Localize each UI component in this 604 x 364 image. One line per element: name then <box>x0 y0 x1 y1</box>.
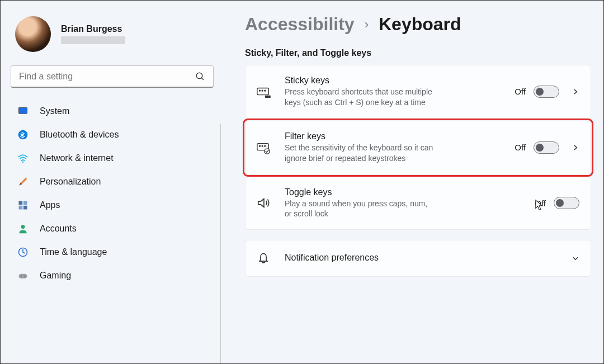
svg-point-13 <box>21 276 22 277</box>
nav-gaming[interactable]: Gaming <box>11 264 217 287</box>
speaker-icon <box>256 195 271 211</box>
sidebar-divider <box>220 124 221 363</box>
keyboard-icon <box>256 84 271 100</box>
chevron-right-icon[interactable] <box>572 88 579 96</box>
nav-list: System Bluetooth & devices Network & int… <box>11 100 217 287</box>
nav-apps[interactable]: Apps <box>11 194 217 216</box>
clock-globe-icon <box>17 247 29 258</box>
brush-icon <box>17 176 29 187</box>
bluetooth-icon <box>17 129 29 140</box>
svg-point-14 <box>24 276 25 277</box>
nav-label: Time & language <box>40 247 107 257</box>
svg-point-5 <box>22 161 24 163</box>
monitor-icon <box>17 106 29 117</box>
chevron-down-icon[interactable] <box>572 254 579 262</box>
nav-personalization[interactable]: Personalization <box>11 171 217 193</box>
mouse-cursor-icon <box>535 199 545 211</box>
filter-keys-toggle[interactable] <box>534 141 559 154</box>
svg-rect-19 <box>266 96 268 97</box>
svg-rect-6 <box>19 201 23 205</box>
nav-label: Apps <box>40 200 60 210</box>
toggle-state: Off <box>515 87 526 96</box>
toggle-keys-toggle[interactable] <box>554 197 579 209</box>
svg-point-16 <box>259 90 261 91</box>
wifi-icon <box>17 153 29 164</box>
svg-point-23 <box>262 145 263 146</box>
nav-label: System <box>40 106 69 116</box>
card-title: Notification preferences <box>285 253 557 263</box>
card-desc: Set the sensitivity of the keyboard so i… <box>285 143 436 164</box>
svg-point-17 <box>262 90 263 91</box>
nav-accounts[interactable]: Accounts <box>11 218 217 240</box>
profile-block[interactable]: Brian Burgess <box>11 11 217 63</box>
nav-time-language[interactable]: Time & language <box>11 241 217 263</box>
sticky-keys-toggle[interactable] <box>534 86 559 98</box>
svg-point-18 <box>265 90 266 91</box>
breadcrumb: Accessibility › Keyboard <box>245 14 591 35</box>
chevron-right-icon: › <box>365 17 369 32</box>
apps-icon <box>17 200 29 211</box>
svg-rect-20 <box>268 96 270 97</box>
person-icon <box>17 223 29 234</box>
card-desc: Play a sound when you press caps, num, o… <box>285 198 436 220</box>
svg-line-1 <box>201 78 204 80</box>
toggle-state: Off <box>515 143 526 152</box>
svg-rect-7 <box>23 201 27 205</box>
nav-label: Personalization <box>40 177 101 187</box>
svg-rect-8 <box>19 206 23 210</box>
svg-rect-15 <box>257 88 268 94</box>
card-notification-preferences[interactable]: Notification preferences <box>245 240 591 277</box>
nav-label: Accounts <box>40 224 77 234</box>
profile-name: Brian Burgess <box>61 24 125 34</box>
breadcrumb-current: Keyboard <box>379 14 461 35</box>
search-icon <box>195 72 205 82</box>
card-sticky-keys[interactable]: Sticky keys Press keyboard shortcuts tha… <box>245 65 591 119</box>
gamepad-icon <box>17 270 29 281</box>
profile-email-redacted <box>61 36 125 44</box>
search-box[interactable] <box>11 65 214 88</box>
breadcrumb-parent[interactable]: Accessibility <box>245 14 355 35</box>
svg-point-0 <box>196 73 202 79</box>
chevron-right-icon[interactable] <box>572 144 579 152</box>
nav-label: Gaming <box>40 271 71 281</box>
card-filter-keys[interactable]: Filter keys Set the sensitivity of the k… <box>245 121 591 174</box>
section-title: Sticky, Filter, and Toggle keys <box>245 48 591 58</box>
nav-network[interactable]: Network & internet <box>11 147 217 169</box>
card-desc: Press keyboard shortcuts that use multip… <box>285 87 436 108</box>
svg-point-22 <box>259 145 261 146</box>
search-input[interactable] <box>19 72 195 82</box>
nav-label: Network & internet <box>40 153 114 163</box>
svg-point-10 <box>21 225 25 229</box>
nav-bluetooth[interactable]: Bluetooth & devices <box>11 124 217 146</box>
nav-system[interactable]: System <box>11 100 217 122</box>
svg-point-24 <box>265 145 266 146</box>
nav-label: Bluetooth & devices <box>40 130 119 140</box>
card-title: Sticky keys <box>285 75 504 86</box>
avatar <box>15 16 51 52</box>
svg-rect-2 <box>19 107 27 114</box>
keyboard-filter-icon <box>256 140 271 155</box>
card-title: Toggle keys <box>285 187 525 197</box>
svg-rect-12 <box>19 274 27 278</box>
svg-rect-9 <box>23 206 27 210</box>
bell-icon <box>256 250 271 266</box>
card-title: Filter keys <box>285 131 504 141</box>
